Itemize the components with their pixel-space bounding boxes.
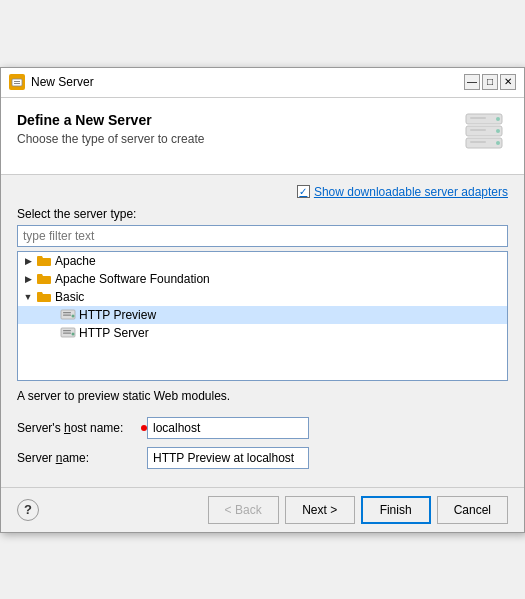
server-description: A server to preview static Web modules.: [17, 389, 508, 403]
svg-point-15: [72, 315, 75, 318]
show-adapters-label[interactable]: ✓ Show downloadable server adapters: [297, 185, 508, 199]
hostname-label: Server's host name:: [17, 421, 147, 435]
back-button[interactable]: < Back: [208, 496, 279, 524]
tree-item-apache[interactable]: ▶ Apache: [18, 252, 507, 270]
show-adapters-row: ✓ Show downloadable server adapters: [17, 185, 508, 199]
servername-label: Server name:: [17, 451, 147, 465]
show-adapters-checkbox[interactable]: ✓: [297, 185, 310, 198]
title-bar: New Server — □ ✕: [1, 68, 524, 98]
dialog-footer: ? < Back Next > Finish Cancel: [1, 487, 524, 532]
next-button[interactable]: Next >: [285, 496, 355, 524]
tree-label-apache-sf: Apache Software Foundation: [55, 272, 210, 286]
tree-item-basic[interactable]: ▼ Basic: [18, 288, 507, 306]
svg-point-7: [496, 129, 500, 133]
svg-point-19: [72, 333, 75, 336]
window-icon: [9, 74, 25, 90]
folder-icon-basic: [36, 291, 52, 303]
hostname-underline: h: [64, 421, 71, 435]
arrow-icon-apache-sf: ▶: [22, 273, 34, 285]
arrow-icon-basic: ▼: [22, 291, 34, 303]
servername-underline: n: [56, 451, 63, 465]
svg-rect-11: [470, 141, 486, 143]
help-button[interactable]: ?: [17, 499, 39, 521]
select-server-label: Select the server type:: [17, 207, 508, 221]
svg-point-6: [496, 117, 500, 121]
arrow-icon-apache: ▶: [22, 255, 34, 267]
svg-rect-0: [12, 79, 22, 86]
svg-rect-9: [470, 117, 486, 119]
svg-rect-1: [14, 81, 20, 82]
servername-row: Server name:: [17, 447, 508, 469]
hostname-row: Server's host name:: [17, 417, 508, 439]
window-title: New Server: [31, 75, 94, 89]
header-text: Define a New Server Choose the type of s…: [17, 112, 450, 146]
new-server-dialog: New Server — □ ✕ Define a New Server Cho…: [0, 67, 525, 533]
tree-label-http-preview: HTTP Preview: [79, 308, 156, 322]
footer-buttons: < Back Next > Finish Cancel: [208, 496, 508, 524]
close-button[interactable]: ✕: [500, 74, 516, 90]
hostname-input-wrapper: [147, 417, 508, 439]
tree-label-basic: Basic: [55, 290, 84, 304]
header-server-icon: [460, 112, 508, 160]
tree-item-http-preview[interactable]: HTTP Preview: [18, 306, 507, 324]
tree-label-http-server: HTTP Server: [79, 326, 149, 340]
tree-item-apache-sf[interactable]: ▶ Apache Software Foundation: [18, 270, 507, 288]
footer-left: ?: [17, 499, 39, 521]
svg-rect-2: [14, 83, 20, 84]
show-adapters-text: Show downloadable server adapters: [314, 185, 508, 199]
svg-rect-18: [63, 333, 71, 334]
servername-input-wrapper: [147, 447, 508, 469]
folder-icon-apache: [36, 255, 52, 267]
header-title: Define a New Server: [17, 112, 450, 128]
maximize-button[interactable]: □: [482, 74, 498, 90]
arrow-icon-http-preview: [46, 309, 58, 321]
svg-rect-13: [63, 312, 71, 313]
svg-rect-17: [63, 330, 71, 331]
svg-rect-10: [470, 129, 486, 131]
finish-button[interactable]: Finish: [361, 496, 431, 524]
svg-rect-14: [63, 315, 71, 316]
minimize-button[interactable]: —: [464, 74, 480, 90]
title-bar-controls: — □ ✕: [464, 74, 516, 90]
server-type-tree[interactable]: ▶ Apache ▶ Apache Software Foundation: [17, 251, 508, 381]
svg-point-8: [496, 141, 500, 145]
select-label-text: Select the server type:: [17, 207, 136, 221]
folder-icon-apache-sf: [36, 273, 52, 285]
cancel-button[interactable]: Cancel: [437, 496, 508, 524]
dialog-header: Define a New Server Choose the type of s…: [1, 98, 524, 175]
title-bar-left: New Server: [9, 74, 94, 90]
servername-input[interactable]: [147, 447, 309, 469]
filter-input[interactable]: [17, 225, 508, 247]
server-node-icon-http-preview: [60, 309, 76, 321]
tree-label-apache: Apache: [55, 254, 96, 268]
server-node-icon-http-server: [60, 327, 76, 339]
arrow-icon-http-server: [46, 327, 58, 339]
hostname-input[interactable]: [147, 417, 309, 439]
tree-item-http-server[interactable]: HTTP Server: [18, 324, 507, 342]
dialog-content: ✓ Show downloadable server adapters Sele…: [1, 175, 524, 487]
header-subtitle: Choose the type of server to create: [17, 132, 450, 146]
